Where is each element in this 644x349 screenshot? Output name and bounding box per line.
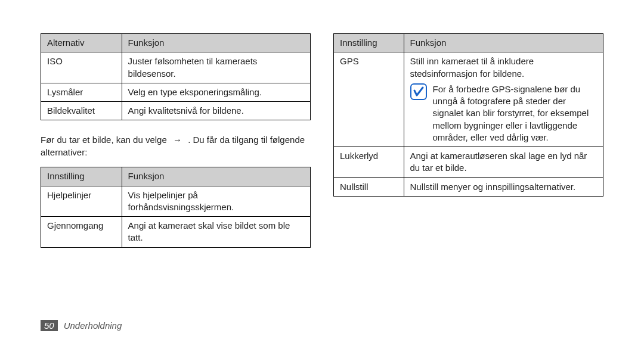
cell: Velg en type eksponeringsmåling. [122,83,310,101]
table-header: Funksjon [122,34,310,52]
table-row: ISO Juster følsomheten til kameraets bil… [41,52,311,83]
table-row: Bildekvalitet Angi kvalitetsnivå for bil… [41,102,311,120]
cell: Vis hjelpelinjer på forhåndsvisningsskje… [122,186,310,217]
arrow-icon: → [169,133,185,146]
cell: Nullstill menyer og innspillingsalternat… [404,177,603,196]
cell: Angi kvalitetsnivå for bildene. [122,102,310,120]
table-row: Lysmåler Velg en type eksponeringsmåling… [41,83,311,101]
cell: Gjennomgang [41,217,122,248]
table-header: Innstilling [334,34,404,52]
table-header: Funksjon [404,34,603,52]
cell: Lysmåler [41,83,122,101]
table-row: Gjennomgang Angi at kameraet skal vise b… [41,217,311,248]
cell: Juster følsomheten til kameraets bildese… [122,52,310,83]
table-row: Nullstill Nullstill menyer og innspillin… [334,177,603,196]
text: Før du tar et bilde, kan du velge [41,135,167,145]
cell: ISO [41,52,122,83]
options-table: Alternativ Funksjon ISO Juster følsomhet… [41,33,311,120]
cell: Lukkerlyd [334,147,404,178]
cell-note: For å forbedre GPS-signalene bør du unng… [433,83,597,144]
page-number: 50 [41,320,58,331]
table-header: Innstilling [41,167,122,186]
note-icon [410,83,427,144]
body-text: Før du tar et bilde, kan du velge → . Du… [41,133,311,158]
table-header: Funksjon [122,167,310,186]
cell: Angi at kamerautløseren skal lage en lyd… [404,147,603,178]
page-footer: 50 Underholdning [41,320,122,331]
settings-table-left: Innstilling Funksjon Hjelpelinjer Vis hj… [41,167,311,247]
cell: Hjelpelinjer [41,186,122,217]
cell: Angi at kameraet skal vise bildet som bl… [122,217,310,248]
cell: GPS [334,52,404,147]
cell: Nullstill [334,177,404,196]
table-header: Alternativ [41,34,122,52]
settings-table-right: Innstilling Funksjon GPS Still inn kamer… [333,33,603,197]
cell-intro: Still inn kameraet til å inkludere steds… [410,55,597,80]
cell: Still inn kameraet til å inkludere steds… [404,52,603,147]
table-row: Lukkerlyd Angi at kamerautløseren skal l… [334,147,603,178]
section-title: Underholdning [64,320,122,331]
table-row: GPS Still inn kameraet til å inkludere s… [334,52,603,147]
cell: Bildekvalitet [41,102,122,120]
table-row: Hjelpelinjer Vis hjelpelinjer på forhånd… [41,186,311,217]
